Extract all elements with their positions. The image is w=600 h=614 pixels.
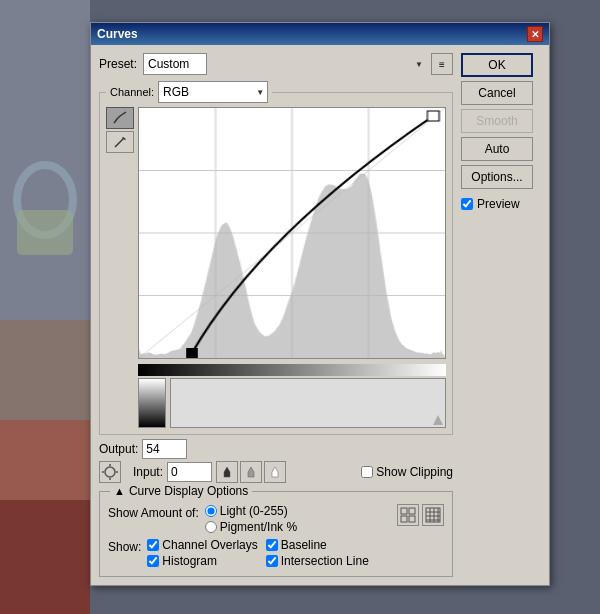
histogram-label: Histogram bbox=[162, 554, 217, 568]
pigment-radio-item: Pigment/Ink % bbox=[205, 520, 297, 534]
sample-icon bbox=[102, 464, 118, 480]
show-clipping-group: Show Clipping bbox=[361, 465, 453, 479]
gray-point-eyedropper[interactable] bbox=[240, 461, 262, 483]
options-button[interactable]: Options... bbox=[461, 165, 533, 189]
svg-rect-6 bbox=[0, 500, 90, 614]
gradient-bottom-strip bbox=[170, 378, 446, 428]
gradient-strip-vertical bbox=[138, 378, 166, 428]
black-eyedropper-icon bbox=[220, 465, 234, 479]
svg-line-7 bbox=[115, 138, 124, 147]
dialog-title: Curves bbox=[97, 27, 138, 41]
preset-select-wrapper: Custom bbox=[143, 53, 427, 75]
gradient-strip-horizontal bbox=[138, 364, 446, 376]
right-panel: OK Cancel Smooth Auto Options... Preview bbox=[461, 53, 541, 577]
title-bar: Curves ✕ bbox=[91, 23, 549, 45]
pencil-tool-icon bbox=[112, 134, 128, 150]
point-sample-button[interactable] bbox=[99, 461, 121, 483]
svg-rect-16 bbox=[409, 508, 415, 514]
small-grid-button[interactable] bbox=[397, 504, 419, 526]
pencil-tool-button[interactable] bbox=[106, 131, 134, 153]
left-panel: Preset: Custom ≡ Channel: bbox=[99, 53, 453, 577]
input-row: Input: 0 bbox=[99, 461, 453, 483]
preview-checkbox[interactable] bbox=[461, 198, 473, 210]
small-grid-icon bbox=[400, 507, 416, 523]
auto-button[interactable]: Auto bbox=[461, 137, 533, 161]
histogram-checkbox[interactable] bbox=[147, 555, 159, 567]
preview-label: Preview bbox=[477, 197, 520, 211]
light-radio-label: Light (0-255) bbox=[220, 504, 288, 518]
intersection-line-checkbox[interactable] bbox=[266, 555, 278, 567]
preview-row: Preview bbox=[461, 197, 541, 211]
light-radio[interactable] bbox=[205, 505, 217, 517]
light-radio-item: Light (0-255) bbox=[205, 504, 297, 518]
input-label: Input: bbox=[133, 465, 163, 479]
section-legend: ▲ Curve Display Options bbox=[110, 484, 252, 498]
pigment-radio[interactable] bbox=[205, 521, 217, 533]
output-input[interactable]: 54 bbox=[142, 439, 187, 459]
channel-select[interactable]: RGB Red Green Blue bbox=[158, 81, 268, 103]
show-clipping-label: Show Clipping bbox=[376, 465, 453, 479]
grid-icon-group bbox=[397, 504, 444, 526]
curve-tool-button[interactable] bbox=[106, 107, 134, 129]
channel-overlays-label: Channel Overlays bbox=[162, 538, 257, 552]
baseline-checkbox[interactable] bbox=[266, 539, 278, 551]
curve-display-section: ▲ Curve Display Options Show Amount of: … bbox=[99, 491, 453, 577]
svg-rect-3 bbox=[17, 210, 73, 255]
curves-dialog: Curves ✕ Preset: Custom ≡ C bbox=[90, 22, 550, 586]
preset-label: Preset: bbox=[99, 57, 137, 71]
smooth-button: Smooth bbox=[461, 109, 533, 133]
svg-marker-9 bbox=[433, 415, 443, 425]
channel-overlays-item: Channel Overlays bbox=[147, 538, 257, 552]
channel-select-wrapper: RGB Red Green Blue bbox=[158, 81, 268, 103]
baseline-item: Baseline bbox=[266, 538, 376, 552]
large-grid-button[interactable] bbox=[422, 504, 444, 526]
channel-group: Channel: RGB Red Green Blue bbox=[99, 81, 453, 435]
show-clipping-checkbox[interactable] bbox=[361, 466, 373, 478]
large-grid-icon bbox=[425, 507, 441, 523]
show-row: Show: Channel Overlays Baseline Histo bbox=[108, 538, 444, 568]
cancel-button[interactable]: Cancel bbox=[461, 81, 533, 105]
show-label: Show: bbox=[108, 538, 141, 554]
intersection-line-label: Intersection Line bbox=[281, 554, 369, 568]
gray-eyedropper-icon bbox=[244, 465, 258, 479]
output-row: Output: 54 bbox=[99, 439, 453, 459]
preset-options-button[interactable]: ≡ bbox=[431, 53, 453, 75]
curve-display-title: Curve Display Options bbox=[129, 484, 248, 498]
preset-select[interactable]: Custom bbox=[143, 53, 207, 75]
show-amount-label: Show Amount of: bbox=[108, 504, 199, 520]
output-label: Output: bbox=[99, 442, 138, 456]
eyedropper-group bbox=[216, 461, 286, 483]
intersection-line-item: Intersection Line bbox=[266, 554, 376, 568]
white-point-eyedropper[interactable] bbox=[264, 461, 286, 483]
white-eyedropper-icon bbox=[268, 465, 282, 479]
checkboxes-grid: Channel Overlays Baseline Histogram bbox=[147, 538, 376, 568]
curve-tool-icon bbox=[112, 110, 128, 126]
svg-rect-18 bbox=[409, 516, 415, 522]
black-point-eyedropper[interactable] bbox=[216, 461, 238, 483]
curve-area bbox=[106, 107, 446, 359]
channel-legend: Channel: RGB Red Green Blue bbox=[106, 81, 272, 103]
preset-options-icon: ≡ bbox=[439, 59, 445, 70]
curve-tools bbox=[106, 107, 134, 359]
curve-canvas bbox=[139, 108, 445, 358]
collapse-icon[interactable]: ▲ bbox=[114, 485, 125, 497]
histogram-item: Histogram bbox=[147, 554, 257, 568]
input-field[interactable]: 0 bbox=[167, 462, 212, 482]
radio-group: Light (0-255) Pigment/Ink % bbox=[205, 504, 297, 534]
preset-row: Preset: Custom ≡ bbox=[99, 53, 453, 75]
close-button[interactable]: ✕ bbox=[527, 26, 543, 42]
pigment-radio-label: Pigment/Ink % bbox=[220, 520, 297, 534]
svg-point-10 bbox=[105, 467, 115, 477]
channel-label: Channel: bbox=[110, 86, 154, 98]
curve-canvas-wrapper[interactable] bbox=[138, 107, 446, 359]
ok-button[interactable]: OK bbox=[461, 53, 533, 77]
svg-rect-15 bbox=[401, 508, 407, 514]
baseline-label: Baseline bbox=[281, 538, 327, 552]
svg-rect-17 bbox=[401, 516, 407, 522]
channel-overlays-checkbox[interactable] bbox=[147, 539, 159, 551]
arrow-icon bbox=[433, 415, 443, 425]
show-amount-row: Show Amount of: Light (0-255) Pigment/In… bbox=[108, 504, 444, 534]
